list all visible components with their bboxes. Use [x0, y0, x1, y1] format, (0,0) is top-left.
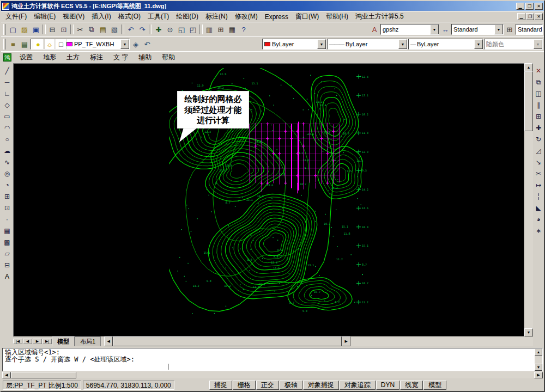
menu-item-9[interactable]: Express [262, 13, 292, 21]
app-menu-item-0[interactable]: 设置 [15, 52, 38, 63]
linetype-combo[interactable]: ——— ByLayer ▼ [327, 39, 408, 50]
array-icon[interactable]: ⊞ [533, 111, 544, 122]
plot-style-combo[interactable]: 随颜色 ▼ [484, 39, 543, 50]
layer-thaw-icon[interactable]: ☼ [44, 39, 55, 50]
menu-item-5[interactable]: 工具(T) [144, 11, 172, 22]
help-icon[interactable]: ? [238, 24, 249, 35]
tab-layout1[interactable]: 布局1 [75, 336, 101, 346]
layer-on-icon[interactable]: ● [33, 39, 44, 50]
menu-item-12[interactable]: 鸿业土方计算5.5 [352, 11, 407, 22]
scrollbar-thumb[interactable] [113, 336, 342, 346]
make-object-layer-current-icon[interactable]: ◈ [130, 39, 141, 50]
designcenter-icon[interactable]: ⊞ [215, 24, 226, 35]
status-toggle-4[interactable]: 对象捕捉 [303, 381, 339, 390]
copy-icon[interactable]: ⧉ [86, 24, 97, 35]
scrollbar-thumb[interactable] [11, 372, 76, 378]
command-input-line[interactable] [5, 363, 532, 370]
color-combo[interactable]: ByLayer ▼ [262, 39, 326, 50]
circle-icon[interactable]: ○ [2, 133, 13, 145]
status-toggle-2[interactable]: 正交 [256, 381, 279, 390]
doc-restore-button[interactable]: ❐ [526, 13, 534, 20]
scrollbar-thumb[interactable] [524, 71, 533, 131]
break-icon[interactable]: ╎ [533, 191, 544, 202]
scroll-right-icon[interactable]: ▶ [342, 336, 350, 346]
status-toggle-1[interactable]: 栅格 [233, 381, 256, 390]
tab-nav-0[interactable]: |◀ [13, 339, 22, 344]
scroll-right-icon[interactable]: ▶ [534, 372, 543, 378]
chevron-down-icon[interactable]: ▼ [120, 39, 129, 49]
status-toggle-3[interactable]: 极轴 [280, 381, 302, 390]
copy-object-icon[interactable]: ⧉ [533, 76, 544, 88]
previous-layer-icon[interactable]: ↶ [142, 39, 153, 50]
spline-icon[interactable]: ∿ [2, 156, 13, 168]
tab-model[interactable]: 模型 [52, 336, 75, 346]
table-icon[interactable]: ⊟ [2, 259, 13, 271]
layer-unlock-icon[interactable]: □ [56, 39, 66, 50]
polyline-icon[interactable]: ∟ [2, 88, 13, 99]
menu-item-11[interactable]: 帮助(H) [323, 11, 352, 22]
region-icon[interactable]: ▱ [2, 248, 13, 259]
scroll-up-icon[interactable]: ▲ [535, 348, 542, 356]
erase-icon[interactable]: ✕ [533, 65, 544, 76]
chevron-down-icon[interactable]: ▼ [534, 39, 542, 49]
status-toggle-8[interactable]: 模型 [423, 381, 446, 390]
menu-item-0[interactable]: 文件(F) [2, 11, 30, 22]
tab-nav-3[interactable]: ▶| [43, 339, 52, 344]
zoom-window-icon[interactable]: ◱ [176, 24, 187, 35]
doc-minimize-button[interactable]: ▁ [517, 13, 525, 20]
app-menu-item-5[interactable]: 辅助 [134, 52, 156, 63]
plot-icon[interactable]: ⊟ [47, 24, 58, 35]
text-style-combo[interactable]: gpshz ▼ [380, 24, 439, 35]
chevron-down-icon[interactable]: ▼ [317, 39, 326, 49]
tab-nav-2[interactable]: ▶ [33, 339, 42, 344]
line-icon[interactable]: ╱ [2, 65, 13, 76]
tab-nav-1[interactable]: ◀ [23, 339, 32, 344]
menu-item-8[interactable]: 修改(M) [232, 11, 261, 22]
zoom-realtime-icon[interactable]: ⊙ [165, 24, 175, 35]
hatch-icon[interactable]: ▦ [2, 225, 13, 236]
menu-item-10[interactable]: 窗口(W) [292, 11, 322, 22]
scroll-down-icon[interactable]: ▼ [535, 364, 542, 371]
chamfer-icon[interactable]: ◣ [533, 202, 544, 213]
rotate-icon[interactable]: ↻ [533, 133, 544, 145]
point-icon[interactable]: ∙ [2, 213, 13, 225]
rectangle-icon[interactable]: ▭ [2, 111, 13, 122]
coordinates-display[interactable]: 56954.770, 31830.113, 0.000 [83, 381, 174, 390]
doc-close-button[interactable]: ✕ [535, 13, 543, 20]
status-toggle-6[interactable]: DYN [376, 381, 399, 390]
chevron-down-icon[interactable]: ▼ [474, 39, 483, 49]
mtext-icon[interactable]: A [2, 271, 13, 282]
app-menu-item-3[interactable]: 标注 [85, 52, 108, 63]
scale-icon[interactable]: ◿ [533, 145, 544, 156]
menu-item-1[interactable]: 编辑(E) [31, 11, 59, 22]
app-menu-item-1[interactable]: 地形 [38, 52, 61, 63]
toolbar-grip[interactable] [3, 24, 6, 35]
toolbar-grip[interactable] [3, 39, 6, 50]
status-toggle-7[interactable]: 线宽 [400, 381, 423, 390]
plot-preview-icon[interactable]: ⊡ [58, 24, 69, 35]
explode-icon[interactable]: ∗ [533, 225, 544, 236]
drawing-canvas[interactable]: 10.711.29.812.413.110.211.812.99.514.213… [13, 63, 524, 336]
properties-icon[interactable]: ▥ [204, 24, 215, 35]
make-block-icon[interactable]: ⊡ [2, 202, 13, 213]
command-history[interactable]: 输入区域编号<1>: 逐个手选 S / 开窗选 W / <处理该区域>: [3, 348, 535, 371]
scroll-down-icon[interactable]: ▼ [524, 328, 533, 336]
fillet-icon[interactable]: ◕ [533, 213, 544, 225]
command-vertical-scrollbar[interactable]: ▲ ▼ [535, 348, 542, 371]
maximize-button[interactable]: ❐ [525, 3, 534, 10]
offset-icon[interactable]: ∥ [533, 99, 544, 111]
chevron-down-icon[interactable]: ▼ [494, 24, 503, 34]
insert-block-icon[interactable]: ⊞ [2, 191, 13, 202]
close-button[interactable]: ✕ [535, 3, 543, 10]
zoom-previous-icon[interactable]: ◰ [187, 24, 198, 35]
menu-item-3[interactable]: 插入(I) [88, 11, 114, 22]
layer-states-icon[interactable]: ▤ [19, 39, 30, 50]
ellipse-arc-icon[interactable]: ◔ [2, 179, 13, 191]
lineweight-combo[interactable]: — ByLayer ▼ [408, 39, 483, 50]
app-menu-item-4[interactable]: 文 字 [108, 52, 133, 63]
revcloud-icon[interactable]: ☁ [2, 145, 13, 156]
scroll-left-icon[interactable]: ◀ [2, 372, 11, 378]
chevron-down-icon[interactable]: ▼ [430, 24, 439, 34]
scroll-up-icon[interactable]: ▲ [524, 63, 533, 71]
polygon-icon[interactable]: ◇ [2, 99, 13, 111]
